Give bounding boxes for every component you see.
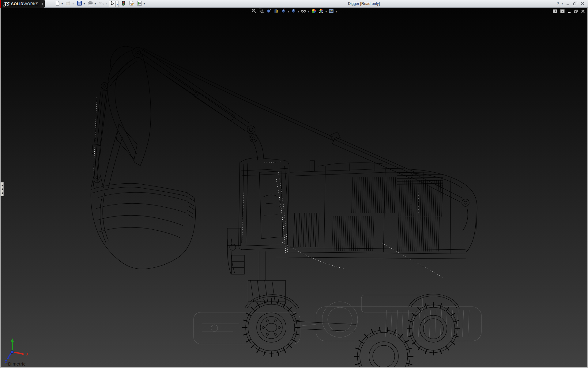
hide-show-items-dropdown[interactable]: ▾ — [307, 10, 310, 13]
collapse-arrow-icon — [2, 188, 3, 190]
edit-appearance-icon — [311, 8, 317, 15]
select-button[interactable] — [109, 1, 116, 7]
new-icon — [55, 1, 60, 7]
print-icon — [88, 1, 93, 7]
display-style-icon — [291, 8, 296, 15]
logo-red-stripe — [0, 0, 1, 8]
options-dropdown[interactable]: ▾ — [143, 1, 146, 7]
headsup-view-toolbar: ▾▾▾▾▾ — [251, 8, 338, 15]
triad-z-axis — [7, 356, 10, 359]
display-style-button[interactable] — [290, 8, 297, 15]
menu-expand-arrow-icon — [41, 1, 44, 7]
show-left-pane-button[interactable] — [553, 9, 557, 14]
undo-button — [98, 1, 105, 7]
window-controls: ?▾ — [556, 0, 585, 8]
select-icon — [111, 1, 115, 7]
view-settings-button[interactable] — [328, 8, 335, 15]
restore-icon — [573, 1, 578, 7]
open-button — [65, 1, 72, 7]
show-right-pane-button[interactable] — [560, 9, 565, 14]
print-button[interactable] — [87, 1, 94, 7]
collapse-arrow-icon — [2, 192, 3, 194]
triad-x-label: X — [26, 352, 29, 356]
open-dropdown: ▾ — [72, 1, 75, 7]
window-title: Digger [Read-only] — [348, 0, 380, 8]
zoom-to-area-icon — [259, 8, 264, 15]
triad-y-axis — [11, 338, 14, 342]
menu-expand-button[interactable] — [40, 0, 45, 8]
close-icon — [580, 1, 585, 7]
save-dropdown[interactable]: ▾ — [83, 1, 86, 7]
show-right-pane-icon — [560, 9, 565, 14]
new-dropdown[interactable]: ▾ — [61, 1, 64, 7]
hide-show-items-button[interactable] — [300, 8, 307, 15]
section-view-icon — [273, 8, 279, 15]
graphics-area[interactable]: ▾▾▾▾▾ X Z *Dimetric — [0, 8, 588, 368]
restore-doc-button[interactable] — [574, 9, 578, 14]
select-dropdown[interactable]: ▾ — [116, 1, 119, 7]
zoom-to-area-button[interactable] — [258, 8, 265, 15]
open-icon — [66, 1, 71, 7]
close-doc-button[interactable] — [581, 9, 585, 14]
options-button[interactable] — [136, 1, 143, 7]
close-doc-icon — [581, 9, 585, 14]
solidworks-logo[interactable]: ƷS SOLID WORKS — [0, 0, 40, 8]
zoom-to-fit-button[interactable] — [251, 8, 258, 15]
solidworks-logo-text-bold: SOLID — [11, 2, 23, 6]
options-icon — [137, 1, 142, 7]
print-dropdown[interactable]: ▾ — [94, 1, 97, 7]
file-properties-button[interactable] — [128, 1, 135, 7]
help-dropdown[interactable]: ▾ — [562, 2, 563, 5]
section-view-button[interactable] — [273, 8, 280, 15]
undo-dropdown: ▾ — [105, 1, 108, 7]
previous-view-icon — [266, 8, 272, 15]
solidworks-logo-glyph: ƷS — [3, 1, 10, 6]
save-icon — [77, 1, 82, 7]
minimize-icon — [566, 1, 570, 7]
featuremanager-collapsed-tab[interactable] — [1, 182, 4, 196]
view-orientation-icon — [281, 8, 286, 15]
apply-scene-button[interactable] — [318, 8, 325, 15]
apply-scene-dropdown[interactable]: ▾ — [325, 10, 328, 13]
help-button[interactable]: ? — [556, 1, 560, 7]
view-settings-icon — [329, 8, 334, 15]
ghost-chassis-lines — [194, 295, 481, 344]
view-orientation-button[interactable] — [280, 8, 287, 15]
minimize-doc-button[interactable] — [567, 9, 571, 14]
view-orientation-label: *Dimetric — [6, 361, 26, 366]
restore-button[interactable] — [573, 1, 578, 7]
save-button[interactable] — [76, 1, 83, 7]
rebuild-button[interactable] — [120, 1, 127, 7]
minimize-doc-icon — [567, 9, 571, 14]
model-wireframe-digger[interactable] — [1, 8, 587, 367]
rebuild-icon — [122, 1, 125, 7]
titlebar: ƷS SOLID WORKS ▾▾▾▾▾▾▾ Digger [Read-only… — [0, 0, 588, 8]
restore-doc-icon — [574, 9, 578, 14]
new-button[interactable] — [54, 1, 61, 7]
solidworks-logo-text-light: WORKS — [23, 2, 38, 6]
triad-origin — [11, 351, 14, 354]
document-window-controls — [553, 9, 585, 14]
help-icon: ? — [557, 1, 559, 6]
close-button[interactable] — [580, 1, 585, 7]
file-properties-icon — [129, 1, 134, 7]
orientation-triad: X Z — [4, 336, 32, 365]
standard-toolbar: ▾▾▾▾▾▾▾ — [53, 0, 146, 7]
solidworks-window: ƷS SOLID WORKS ▾▾▾▾▾▾▾ Digger [Read-only… — [0, 0, 588, 368]
undo-icon — [99, 1, 104, 7]
zoom-to-fit-icon — [251, 8, 257, 15]
collapse-arrow-icon — [2, 185, 3, 186]
hide-show-items-icon — [301, 8, 307, 15]
show-left-pane-icon — [553, 9, 557, 14]
triad-x-axis — [21, 353, 25, 355]
apply-scene-icon — [318, 8, 324, 15]
view-orientation-dropdown[interactable]: ▾ — [287, 10, 290, 13]
edit-appearance-button[interactable] — [311, 8, 317, 15]
display-style-dropdown[interactable]: ▾ — [297, 10, 300, 13]
view-settings-dropdown[interactable]: ▾ — [335, 10, 338, 13]
previous-view-button[interactable] — [266, 8, 272, 15]
minimize-button[interactable] — [565, 1, 570, 7]
